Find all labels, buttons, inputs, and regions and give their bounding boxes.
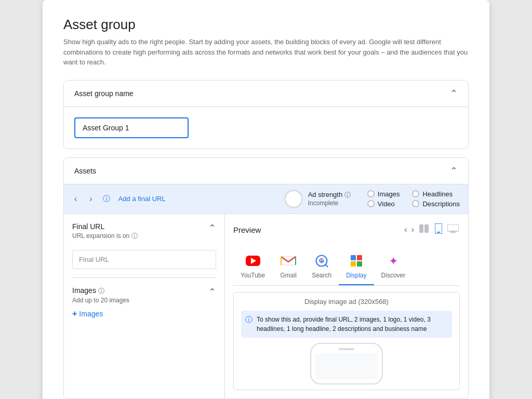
display-grid-icon [351,255,362,267]
desktop-view-button[interactable] [446,222,460,237]
preview-title: Preview [233,225,261,234]
final-url-input[interactable] [72,250,216,269]
checklist-col1: Images Video [367,190,400,208]
left-panel: Final URL URL expansion is on ⓘ ⌃ [64,214,225,398]
tab-gmail[interactable]: Gmail [272,249,304,285]
preview-tabs: YouTube Gmail [233,249,460,286]
notice-text: To show this ad, provide final URL, 2 im… [257,315,448,334]
display-ad-title: Display image ad (320x568) [241,298,452,305]
svg-text:✦: ✦ [389,255,398,268]
gmail-tab-icon [280,252,297,270]
svg-rect-6 [450,232,456,233]
assets-header: Assets ⌃ [64,158,468,184]
assets-toolbar: ‹ › ⓘ Add a final URL Ad strength ⓘ Inco… [64,184,468,214]
phone-mockup [310,343,383,384]
assets-title: Assets [74,167,96,175]
add-images-label: Images [79,310,103,318]
discover-tab-icon: ✦ [384,252,402,270]
prev-arrow-button[interactable]: ‹ [72,193,79,205]
final-url-chevron-icon[interactable]: ⌃ [208,222,216,234]
plus-icon: + [72,309,77,318]
video-radio [367,200,375,207]
final-url-subtitle: URL expansion is on ⓘ [72,232,138,241]
display-tab-icon [348,252,365,270]
asset-group-name-body [64,107,468,149]
headlines-radio [412,190,419,197]
svg-rect-1 [424,224,429,233]
tab-discover[interactable]: ✦ Discover [374,249,413,285]
display-info-box: Display image ad (320x568) ⓘ To show thi… [233,292,460,390]
phone-speaker [339,348,354,350]
right-panel: Preview ‹ › [225,214,468,398]
checklist-col2: Headlines Descriptions [412,190,460,208]
asset-group-name-chevron-icon[interactable]: ⌃ [450,88,458,99]
ad-strength-status: Incomplete [308,200,351,207]
preview-prev-button[interactable]: ‹ [404,225,407,234]
add-images-button[interactable]: + Images [72,309,103,318]
main-card: Asset group Show high quality ads to the… [43,0,489,399]
asset-group-name-section: Asset group name ⌃ [63,80,469,149]
checklist-descriptions: Descriptions [412,200,460,208]
final-url-title: Final URL [72,222,138,231]
notice-info-icon: ⓘ [245,315,252,334]
assets-checklist: Images Video Headlines Descriptions [367,190,460,208]
display-tab-label: Display [346,272,366,279]
images-info-icon[interactable]: ⓘ [98,287,104,295]
question-icon[interactable]: ⓘ [344,191,351,198]
asset-group-name-input[interactable] [74,117,189,138]
svg-rect-3 [437,232,440,233]
descriptions-radio [412,200,419,207]
images-subtitle: Add up to 20 images [72,297,129,304]
svg-rect-0 [419,224,423,233]
checklist-images: Images [367,190,400,198]
search-tab-icon: G [313,252,330,270]
images-radio [367,190,375,197]
assets-content: Final URL URL expansion is on ⓘ ⌃ [64,214,468,398]
checklist-video: Video [367,200,400,208]
youtube-tab-label: YouTube [241,272,265,279]
add-final-url-link[interactable]: Add a final URL [118,195,166,203]
ad-strength-circle [284,190,303,208]
phone-screen [315,353,378,379]
asset-group-name-header: Asset group name ⌃ [64,81,468,107]
url-expansion-info-icon[interactable]: ⓘ [131,232,138,240]
tab-youtube[interactable]: YouTube [233,249,272,285]
final-url-subsection-header: Final URL URL expansion is on ⓘ ⌃ [72,222,216,241]
ad-strength-label: Ad strength ⓘ [308,191,351,200]
mobile-view-button[interactable] [434,222,443,237]
youtube-tab-icon [244,252,262,270]
page-title: Asset group [63,17,469,33]
preview-toolbar: ‹ › [404,222,460,237]
display-notice: ⓘ To show this ad, provide final URL, 2 … [241,311,452,338]
images-chevron-icon[interactable]: ⌃ [208,286,216,298]
images-title: Images ⓘ [72,286,129,296]
assets-chevron-icon[interactable]: ⌃ [450,165,458,177]
youtube-icon [246,256,260,266]
asset-group-name-title: Asset group name [74,89,134,98]
images-subsection-header: Images ⓘ Add up to 20 images ⌃ [72,286,216,304]
info-icon: ⓘ [103,194,110,204]
ad-strength-container: Ad strength ⓘ Incomplete [284,190,351,208]
svg-text:G: G [319,256,324,264]
youtube-play-icon [251,258,256,264]
gmail-tab-label: Gmail [280,272,296,279]
assets-section: Assets ⌃ ‹ › ⓘ Add a final URL Ad streng… [63,157,469,399]
discover-tab-label: Discover [381,272,406,279]
tab-display[interactable]: Display [339,249,374,285]
ad-strength-text: Ad strength ⓘ Incomplete [308,191,351,207]
split-view-button[interactable] [418,222,431,237]
svg-rect-4 [447,224,459,231]
svg-rect-5 [451,231,455,232]
preview-view-icons [418,222,460,237]
page-description: Show high quality ads to the right peopl… [63,37,469,68]
preview-next-button[interactable]: › [411,225,414,234]
checklist-headlines: Headlines [412,190,460,198]
next-arrow-button[interactable]: › [87,193,94,205]
add-url-label: Add a final URL [118,195,166,203]
search-tab-label: Search [312,272,331,279]
images-subsection: Images ⓘ Add up to 20 images ⌃ + Images [72,277,216,318]
tab-search[interactable]: G Search [304,249,339,285]
